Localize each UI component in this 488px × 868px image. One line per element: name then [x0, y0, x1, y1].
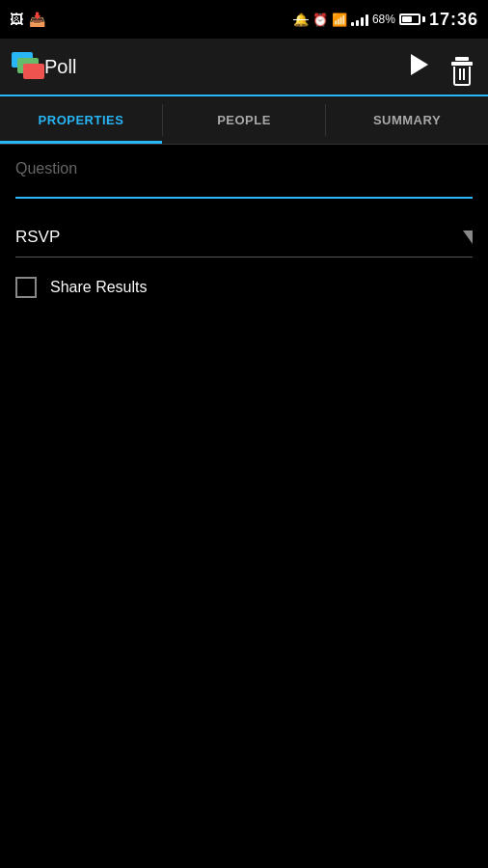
play-button[interactable]: [407, 50, 432, 84]
app-title: Poll: [44, 56, 407, 78]
tab-bar: PROPERTIES PEOPLE SUMMARY: [0, 96, 488, 145]
share-results-row: Share Results: [15, 273, 473, 302]
wifi-icon: 📶: [332, 13, 347, 27]
app-icon: [12, 50, 44, 83]
rsvp-dropdown[interactable]: RSVP: [15, 218, 473, 258]
mute-icon: 🔔: [293, 13, 309, 27]
status-bar-left: 🖼 📥: [10, 12, 45, 27]
question-section: Question: [15, 160, 473, 199]
status-bar-right: 🔔 ⏰ 📶 68% 17:36: [293, 10, 478, 30]
download-icon: 📥: [29, 12, 45, 27]
battery-icon: [399, 14, 425, 25]
share-results-checkbox[interactable]: [15, 277, 37, 298]
tab-people[interactable]: PEOPLE: [163, 96, 325, 144]
dropdown-arrow-icon: [463, 231, 473, 244]
status-bar: 🖼 📥 🔔 ⏰ 📶 68% 17:36: [0, 0, 488, 39]
tab-summary[interactable]: SUMMARY: [326, 96, 488, 144]
signal-icon: [351, 13, 368, 26]
alarm-icon: ⏰: [312, 13, 328, 27]
screenshot-icon: 🖼: [10, 12, 23, 27]
play-icon: [411, 54, 428, 75]
question-label: Question: [15, 160, 473, 177]
status-time: 17:36: [429, 10, 478, 30]
app-bar: Poll: [0, 39, 488, 96]
battery-percent: 68%: [372, 13, 395, 26]
rsvp-label: RSVP: [15, 228, 60, 247]
content-area: Question RSVP Share Results: [0, 145, 488, 317]
tab-properties[interactable]: PROPERTIES: [0, 96, 162, 144]
delete-button[interactable]: [447, 44, 476, 90]
share-results-label: Share Results: [50, 279, 148, 296]
trash-icon: [451, 62, 473, 86]
app-bar-actions: [407, 44, 476, 90]
